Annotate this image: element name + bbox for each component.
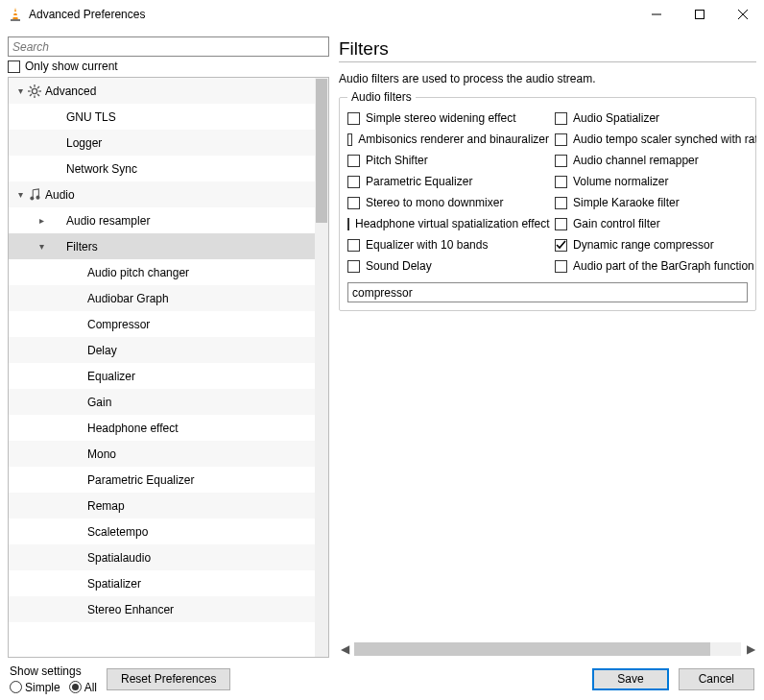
save-button[interactable]: Save bbox=[592, 668, 668, 690]
radio-icon bbox=[69, 681, 82, 693]
radio-simple[interactable]: Simple bbox=[10, 681, 60, 694]
filter-checkbox[interactable]: Ambisonics renderer and binauralizer bbox=[347, 133, 549, 146]
filter-checkbox[interactable]: Pitch Shifter bbox=[347, 154, 549, 167]
maximize-button[interactable] bbox=[678, 0, 721, 29]
tree-item[interactable]: Parametric Equalizer bbox=[9, 467, 315, 493]
filter-checkbox[interactable]: Audio Spatializer bbox=[555, 111, 756, 125]
tree-item[interactable]: Scaletempo bbox=[9, 519, 315, 544]
tree-scrollbar[interactable] bbox=[315, 78, 328, 657]
filter-checkbox[interactable]: Volume normalizer bbox=[555, 175, 756, 188]
preferences-tree: ▾AdvancedGNU TLSLoggerNetwork Sync▾Audio… bbox=[8, 77, 329, 658]
chevron-down-icon[interactable]: ▾ bbox=[14, 189, 26, 200]
tree-item[interactable]: GNU TLS bbox=[9, 104, 315, 130]
checkbox-checked-icon bbox=[555, 239, 567, 252]
filter-checkbox-label: Sound Delay bbox=[366, 259, 432, 273]
svg-line-7 bbox=[738, 10, 748, 19]
tree-item[interactable]: Compressor bbox=[9, 311, 315, 337]
filter-checkbox-label: Parametric Equalizer bbox=[366, 175, 472, 188]
tree-item[interactable]: Audio pitch changer bbox=[9, 259, 315, 285]
filter-checkbox[interactable]: Simple stereo widening effect bbox=[347, 111, 549, 125]
svg-rect-5 bbox=[695, 11, 704, 19]
filter-checkbox-label: Dynamic range compressor bbox=[573, 238, 714, 252]
filter-checkbox[interactable]: Sound Delay bbox=[347, 259, 549, 273]
filter-checkbox-label: Stereo to mono downmixer bbox=[366, 196, 503, 209]
search-input[interactable] bbox=[8, 36, 329, 57]
scrollbar-thumb[interactable] bbox=[316, 79, 327, 223]
tree-item-label: Filters bbox=[64, 240, 98, 253]
filter-checkbox-label: Audio Spatializer bbox=[573, 111, 659, 125]
tree-item-label: Remap bbox=[85, 499, 125, 513]
checkbox-icon bbox=[555, 197, 567, 209]
minimize-button[interactable] bbox=[634, 0, 678, 29]
tree-item[interactable]: Mono bbox=[9, 441, 315, 467]
tree-item[interactable]: ▾Filters bbox=[9, 233, 315, 259]
tree-item[interactable]: Spatialaudio bbox=[9, 544, 315, 570]
tree-item-label: Logger bbox=[64, 136, 102, 150]
svg-rect-1 bbox=[13, 12, 17, 13]
divider bbox=[339, 61, 756, 62]
tree-item[interactable]: ▾Advanced bbox=[9, 78, 315, 104]
chevron-down-icon[interactable]: ▾ bbox=[36, 241, 47, 252]
checkbox-icon bbox=[555, 155, 567, 167]
radio-all[interactable]: All bbox=[69, 681, 97, 694]
filter-checkbox[interactable]: Stereo to mono downmixer bbox=[347, 196, 549, 209]
chevron-down-icon[interactable]: ▾ bbox=[14, 85, 26, 96]
tree-item-label: Audio bbox=[43, 188, 75, 202]
tree-item[interactable]: Equalizer bbox=[9, 363, 315, 389]
only-show-current-checkbox[interactable]: Only show current bbox=[8, 60, 329, 73]
tree-item[interactable]: ▾Audio bbox=[9, 181, 315, 207]
filter-checkbox-label: Equalizer with 10 bands bbox=[366, 238, 488, 252]
svg-point-8 bbox=[32, 88, 36, 93]
svg-line-13 bbox=[30, 86, 32, 88]
filter-checkbox-label: Volume normalizer bbox=[573, 175, 668, 188]
window-title: Advanced Preferences bbox=[29, 8, 634, 21]
filter-checkbox[interactable]: Gain control filter bbox=[555, 217, 756, 230]
tree-item-label: GNU TLS bbox=[64, 110, 116, 124]
tree-item[interactable]: Spatializer bbox=[9, 570, 315, 596]
filter-checkbox[interactable]: Audio tempo scaler synched with rate bbox=[555, 133, 756, 146]
tree-item-label: Compressor bbox=[85, 318, 150, 331]
filter-checkbox[interactable]: Dynamic range compressor bbox=[555, 238, 756, 252]
filter-text-input[interactable] bbox=[347, 282, 748, 302]
group-legend: Audio filters bbox=[347, 90, 416, 104]
radio-all-label: All bbox=[84, 681, 97, 694]
filter-checkbox[interactable]: Parametric Equalizer bbox=[347, 175, 549, 188]
tree-item[interactable]: Remap bbox=[9, 493, 315, 519]
tree-item-label: Stereo Enhancer bbox=[85, 603, 174, 616]
filter-checkbox-label: Audio tempo scaler synched with rate bbox=[573, 133, 756, 146]
filter-checkbox[interactable]: Audio part of the BarGraph function bbox=[555, 259, 756, 273]
filter-checkbox-label: Simple stereo widening effect bbox=[366, 111, 516, 125]
filter-checkbox[interactable]: Simple Karaoke filter bbox=[555, 196, 756, 209]
tree-item[interactable]: Headphone effect bbox=[9, 415, 315, 441]
scroll-left-arrow-icon[interactable]: ◀ bbox=[339, 642, 350, 656]
tree-item[interactable]: Delay bbox=[9, 337, 315, 363]
tree-item-label: Audiobar Graph bbox=[85, 292, 169, 305]
scroll-right-arrow-icon[interactable]: ▶ bbox=[745, 642, 756, 656]
radio-icon bbox=[10, 681, 22, 693]
chevron-right-icon[interactable]: ▸ bbox=[36, 215, 47, 226]
horizontal-scrollbar[interactable]: ◀ ▶ bbox=[339, 640, 756, 658]
tree-item-label: Headphone effect bbox=[85, 422, 179, 435]
tree-item[interactable]: ▸Audio resampler bbox=[9, 207, 315, 233]
tree-item[interactable]: Network Sync bbox=[9, 156, 315, 181]
scroll-thumb[interactable] bbox=[354, 642, 710, 656]
cancel-button[interactable]: Cancel bbox=[679, 668, 754, 690]
tree-item-label: Mono bbox=[85, 447, 116, 461]
checkbox-icon bbox=[347, 218, 349, 230]
tree-item-label: Parametric Equalizer bbox=[85, 473, 194, 487]
scroll-track[interactable] bbox=[354, 642, 741, 656]
filter-checkbox[interactable]: Audio channel remapper bbox=[555, 154, 756, 167]
tree-item[interactable]: Audiobar Graph bbox=[9, 285, 315, 311]
tree-item-label: Scaletempo bbox=[85, 525, 148, 539]
filter-checkbox[interactable]: Equalizer with 10 bands bbox=[347, 238, 549, 252]
tree-item[interactable]: Gain bbox=[9, 389, 315, 415]
filter-checkbox[interactable]: Headphone virtual spatialization effect bbox=[347, 217, 549, 230]
tree-item[interactable]: Stereo Enhancer bbox=[9, 596, 315, 622]
svg-rect-2 bbox=[13, 15, 18, 17]
tree-item-label: Spatialaudio bbox=[85, 551, 151, 565]
close-button[interactable] bbox=[721, 0, 764, 29]
tree-item[interactable]: Logger bbox=[9, 130, 315, 156]
checkbox-icon bbox=[555, 260, 567, 273]
reset-preferences-button[interactable]: Reset Preferences bbox=[107, 668, 230, 690]
audio-filters-group: Audio filters Simple stereo widening eff… bbox=[339, 97, 756, 311]
